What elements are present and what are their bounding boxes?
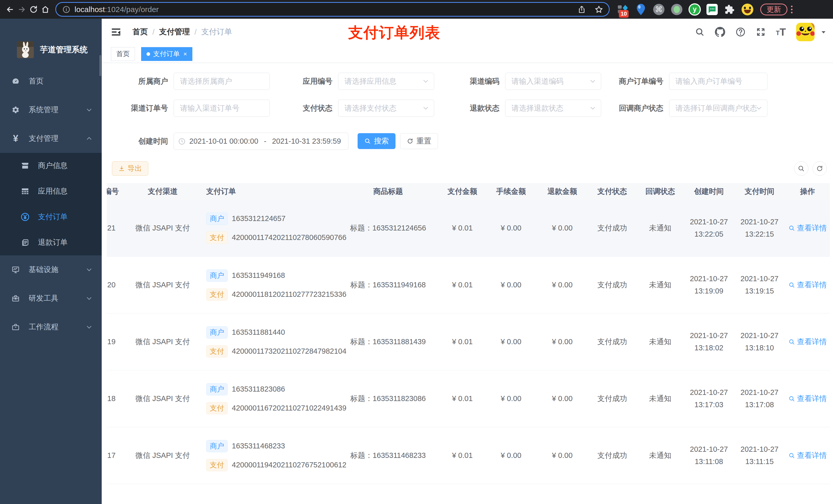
merchant-select[interactable] <box>174 73 270 90</box>
extension-chat-icon[interactable] <box>707 4 718 15</box>
table-row[interactable]: 20 微信 JSAPI 支付 商户 1635311949168 支付 42000… <box>107 257 830 313</box>
sidebar-scrollbar[interactable] <box>99 55 101 76</box>
cell-id: 17 <box>107 427 132 484</box>
browser-forward-icon[interactable] <box>16 4 28 15</box>
sidebar-collapse-icon[interactable] <box>111 26 122 38</box>
tab-pay-order[interactable]: 支付订单 × <box>141 47 192 61</box>
pay-tag: 支付 <box>206 232 228 244</box>
site-info-icon[interactable] <box>62 5 70 14</box>
extension-badge: 10 <box>619 10 628 18</box>
sidebar-item-payment[interactable]: ¥ 支付管理 <box>0 124 102 153</box>
table-row[interactable]: 17 微信 JSAPI 支付 商户 1635311468233 支付 42000… <box>107 427 830 484</box>
extensions-puzzle-icon[interactable] <box>723 3 736 16</box>
sidebar-item-refund-order[interactable]: 退款订单 <box>0 230 102 255</box>
search-button[interactable]: 搜索 <box>358 133 396 149</box>
browser-refresh-icon[interactable] <box>28 4 40 15</box>
cell-refund: ¥ 0.00 <box>537 313 588 370</box>
toggle-search-icon[interactable] <box>794 161 808 176</box>
cell-create-time: 2021-10-2713:22:05 <box>684 200 734 256</box>
extensions-area: 10 ⌘ y <box>617 3 754 16</box>
browser-home-icon[interactable] <box>40 4 51 15</box>
refresh-table-icon[interactable] <box>812 161 827 176</box>
date-end[interactable]: 2021-10-31 23:59:59 <box>272 137 341 145</box>
sidebar-item-home[interactable]: 首页 <box>0 67 102 96</box>
view-detail-link[interactable]: 查看详情 <box>788 337 827 347</box>
sidebar-item-system[interactable]: 系统管理 <box>0 96 102 124</box>
extension-green-dot-icon[interactable] <box>671 3 683 16</box>
view-detail-link[interactable]: 查看详情 <box>788 223 827 233</box>
merchant-order-no: 1635312124657 <box>232 214 286 223</box>
sidebar-item-workflow[interactable]: 工作流程 <box>0 313 102 341</box>
active-tab-dot <box>146 52 150 56</box>
cell-title: 标题：1635311823086 <box>337 370 439 427</box>
bookmark-star-icon[interactable] <box>595 5 603 14</box>
sidebar-item-app-info[interactable]: 应用信息 <box>0 178 102 204</box>
table-row[interactable]: 18 微信 JSAPI 支付 商户 1635311823086 支付 42000… <box>107 370 830 427</box>
cell-notify: 未通知 <box>637 200 684 256</box>
export-button[interactable]: 导出 <box>112 161 148 176</box>
browser-back-icon[interactable] <box>4 4 16 15</box>
breadcrumb-payment[interactable]: 支付管理 <box>159 27 190 37</box>
profile-avatar-icon[interactable] <box>741 3 754 16</box>
table-row[interactable]: 21 微信 JSAPI 支付 商户 1635312124657 支付 42000… <box>107 200 830 257</box>
cell-action: 查看详情 <box>785 427 830 484</box>
cell-amount: ¥ 0.01 <box>439 257 485 313</box>
address-bar[interactable]: localhost:1024/pay/order <box>55 2 610 17</box>
github-icon[interactable] <box>715 27 725 37</box>
pay-tag: 支付 <box>206 288 228 301</box>
extension-balloon-icon[interactable] <box>635 3 647 16</box>
header-search-icon[interactable] <box>695 27 705 37</box>
sidebar-item-merchant-info[interactable]: 商户信息 <box>0 153 102 178</box>
user-avatar[interactable] <box>796 23 814 41</box>
filter-row-2: 渠道订单号 支付状态 退款状态 <box>102 100 833 117</box>
cell-fee: ¥ 0.00 <box>485 370 537 427</box>
sidebar-item-devtools[interactable]: 研发工具 <box>0 284 102 313</box>
notify-status-select[interactable] <box>669 100 767 117</box>
extension-command-icon[interactable]: ⌘ <box>653 3 665 16</box>
caret-down-icon[interactable] <box>820 29 827 35</box>
merchant-order-no-input[interactable] <box>669 73 767 90</box>
channel-code-select[interactable] <box>505 73 601 90</box>
channel-order-no-input[interactable] <box>174 100 270 117</box>
help-icon[interactable] <box>735 27 746 37</box>
cell-title: 标题：1635311949168 <box>337 257 439 313</box>
url-path[interactable]: :1024/pay/order <box>105 5 159 14</box>
sidebar-item-infra[interactable]: 基础设施 <box>0 255 102 284</box>
cell-notify: 未通知 <box>637 427 684 484</box>
browser-update-button[interactable]: 更新 <box>760 4 787 15</box>
merchant-tag: 商户 <box>206 383 228 395</box>
view-detail-link[interactable]: 查看详情 <box>788 280 827 290</box>
view-detail-link[interactable]: 查看详情 <box>788 393 827 404</box>
table-header: 编号 支付渠道 支付订单 商品标题 支付金额 手续金额 退款金额 支付状态 回调… <box>107 183 830 200</box>
breadcrumb: 首页 / 支付管理 / 支付订单 <box>133 27 232 37</box>
browser-menu-icon[interactable] <box>791 6 792 13</box>
date-range-picker[interactable]: 2021-10-01 00:00:00 - 2021-10-31 23:59:5… <box>174 133 348 150</box>
pay-order-no: 4200001194202110276752100612 <box>232 461 346 469</box>
table-row[interactable]: 19 微信 JSAPI 支付 商户 1635311881440 支付 42000… <box>107 313 830 370</box>
breadcrumb-home[interactable]: 首页 <box>133 27 148 37</box>
date-start[interactable]: 2021-10-01 00:00:00 <box>189 137 258 145</box>
font-size-icon[interactable]: TT <box>776 27 786 37</box>
grid-table-icon <box>20 187 30 196</box>
extension-diamond-icon[interactable]: 10 <box>617 3 629 16</box>
pay-tag: 支付 <box>206 345 228 358</box>
tab-home[interactable]: 首页 <box>111 47 135 61</box>
share-icon[interactable] <box>578 5 586 14</box>
cell-channel: 微信 JSAPI 支付 <box>132 257 193 313</box>
logo-row: 芋道管理系统 <box>0 19 102 58</box>
extension-y-icon[interactable]: y <box>689 3 701 16</box>
cell-channel: 微信 JSAPI 支付 <box>132 313 193 370</box>
cell-pay-time: 2021-10-2713:19:15 <box>734 257 785 313</box>
close-tab-icon[interactable]: × <box>184 50 187 57</box>
filter-create-time: 创建时间 2021-10-01 00:00:00 - 2021-10-31 23… <box>102 133 348 150</box>
pay-status-select[interactable] <box>338 100 434 117</box>
reset-button[interactable]: 重置 <box>400 133 438 149</box>
view-detail-link[interactable]: 查看详情 <box>788 451 827 461</box>
cell-create-time: 2021-10-2713:18:02 <box>684 313 734 370</box>
sidebar-item-pay-order[interactable]: 支付订单 <box>0 204 102 230</box>
url-host[interactable]: localhost <box>74 5 105 14</box>
refund-status-select[interactable] <box>505 100 601 117</box>
app-select[interactable] <box>338 73 434 90</box>
fullscreen-icon[interactable] <box>756 27 766 37</box>
cell-refund: ¥ 0.00 <box>537 427 588 484</box>
